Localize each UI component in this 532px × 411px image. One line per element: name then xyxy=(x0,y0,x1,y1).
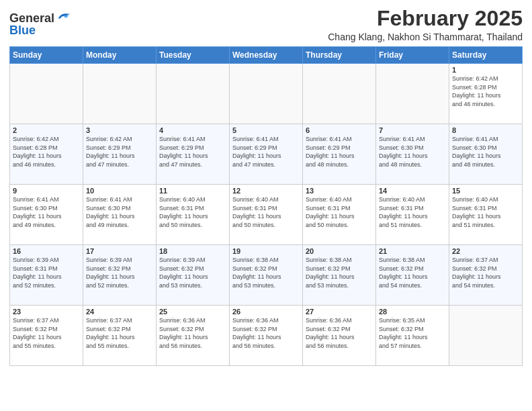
calendar-week-row: 1Sunrise: 6:42 AM Sunset: 6:28 PM Daylig… xyxy=(10,64,523,124)
calendar-cell: 12Sunrise: 6:40 AM Sunset: 6:31 PM Dayli… xyxy=(230,185,303,245)
day-number: 22 xyxy=(452,247,519,255)
calendar-cell: 21Sunrise: 6:38 AM Sunset: 6:32 PM Dayli… xyxy=(376,245,449,306)
calendar-cell xyxy=(376,64,449,124)
calendar-cell: 27Sunrise: 6:36 AM Sunset: 6:32 PM Dayli… xyxy=(303,306,376,366)
day-info: Sunrise: 6:40 AM Sunset: 6:31 PM Dayligh… xyxy=(306,195,373,229)
calendar-cell: 19Sunrise: 6:38 AM Sunset: 6:32 PM Dayli… xyxy=(230,245,303,306)
calendar-header-saturday: Saturday xyxy=(449,47,523,64)
day-number: 19 xyxy=(232,247,300,255)
calendar-cell: 6Sunrise: 6:41 AM Sunset: 6:29 PM Daylig… xyxy=(303,124,376,185)
calendar-week-row: 9Sunrise: 6:41 AM Sunset: 6:30 PM Daylig… xyxy=(10,185,523,245)
calendar-cell: 26Sunrise: 6:36 AM Sunset: 6:32 PM Dayli… xyxy=(230,306,303,366)
calendar-cell xyxy=(10,64,83,124)
subtitle: Chang Klang, Nakhon Si Thammarat, Thaila… xyxy=(72,32,523,42)
calendar-week-row: 23Sunrise: 6:37 AM Sunset: 6:32 PM Dayli… xyxy=(10,306,523,366)
day-number: 11 xyxy=(159,187,226,195)
day-info: Sunrise: 6:40 AM Sunset: 6:31 PM Dayligh… xyxy=(452,195,519,229)
calendar-header-friday: Friday xyxy=(376,47,449,64)
calendar-cell: 5Sunrise: 6:41 AM Sunset: 6:29 PM Daylig… xyxy=(230,124,303,185)
calendar-cell: 20Sunrise: 6:38 AM Sunset: 6:32 PM Dayli… xyxy=(303,245,376,306)
logo: General Blue xyxy=(9,9,72,36)
day-number: 10 xyxy=(86,187,153,195)
title-section: February 2025 Chang Klang, Nakhon Si Tha… xyxy=(72,7,523,42)
calendar-cell xyxy=(303,64,376,124)
logo-blue-text: Blue xyxy=(9,24,36,36)
calendar-cell: 13Sunrise: 6:40 AM Sunset: 6:31 PM Dayli… xyxy=(303,185,376,245)
calendar-cell xyxy=(449,306,523,366)
calendar-cell: 3Sunrise: 6:42 AM Sunset: 6:29 PM Daylig… xyxy=(83,124,157,185)
day-info: Sunrise: 6:38 AM Sunset: 6:32 PM Dayligh… xyxy=(306,256,373,289)
day-info: Sunrise: 6:41 AM Sunset: 6:29 PM Dayligh… xyxy=(306,135,373,169)
day-number: 8 xyxy=(452,126,519,134)
day-number: 21 xyxy=(379,247,446,255)
day-info: Sunrise: 6:36 AM Sunset: 6:32 PM Dayligh… xyxy=(159,316,226,350)
calendar-week-row: 16Sunrise: 6:39 AM Sunset: 6:31 PM Dayli… xyxy=(10,245,523,306)
day-number: 15 xyxy=(452,187,519,195)
day-number: 20 xyxy=(306,247,373,255)
header: General Blue February 2025 Chang Klang, … xyxy=(9,7,523,42)
day-number: 9 xyxy=(13,187,80,195)
day-number: 1 xyxy=(452,66,519,74)
day-number: 14 xyxy=(379,187,446,195)
calendar-week-row: 2Sunrise: 6:42 AM Sunset: 6:28 PM Daylig… xyxy=(10,124,523,185)
calendar-cell: 2Sunrise: 6:42 AM Sunset: 6:28 PM Daylig… xyxy=(10,124,83,185)
calendar-cell: 8Sunrise: 6:41 AM Sunset: 6:30 PM Daylig… xyxy=(449,124,523,185)
calendar-cell xyxy=(230,64,303,124)
day-number: 16 xyxy=(13,247,80,255)
day-info: Sunrise: 6:41 AM Sunset: 6:30 PM Dayligh… xyxy=(86,195,153,229)
day-number: 3 xyxy=(86,126,153,134)
day-number: 26 xyxy=(232,308,300,316)
day-info: Sunrise: 6:37 AM Sunset: 6:32 PM Dayligh… xyxy=(13,316,80,350)
day-number: 24 xyxy=(86,308,153,316)
day-number: 12 xyxy=(232,187,300,195)
day-info: Sunrise: 6:38 AM Sunset: 6:32 PM Dayligh… xyxy=(379,256,446,289)
calendar-cell: 16Sunrise: 6:39 AM Sunset: 6:31 PM Dayli… xyxy=(10,245,83,306)
calendar-cell: 22Sunrise: 6:37 AM Sunset: 6:32 PM Dayli… xyxy=(449,245,523,306)
calendar-cell: 18Sunrise: 6:39 AM Sunset: 6:32 PM Dayli… xyxy=(157,245,230,306)
calendar-table: SundayMondayTuesdayWednesdayThursdayFrid… xyxy=(9,46,523,366)
calendar-cell: 23Sunrise: 6:37 AM Sunset: 6:32 PM Dayli… xyxy=(10,306,83,366)
day-info: Sunrise: 6:40 AM Sunset: 6:31 PM Dayligh… xyxy=(379,195,446,229)
calendar-header-thursday: Thursday xyxy=(303,47,376,64)
day-number: 6 xyxy=(306,126,373,134)
day-info: Sunrise: 6:40 AM Sunset: 6:31 PM Dayligh… xyxy=(159,195,226,229)
day-info: Sunrise: 6:35 AM Sunset: 6:32 PM Dayligh… xyxy=(379,316,446,350)
day-info: Sunrise: 6:37 AM Sunset: 6:32 PM Dayligh… xyxy=(86,316,153,350)
calendar-cell: 28Sunrise: 6:35 AM Sunset: 6:32 PM Dayli… xyxy=(376,306,449,366)
calendar-cell: 4Sunrise: 6:41 AM Sunset: 6:29 PM Daylig… xyxy=(157,124,230,185)
day-info: Sunrise: 6:40 AM Sunset: 6:31 PM Dayligh… xyxy=(232,195,300,229)
day-number: 5 xyxy=(232,126,300,134)
calendar-cell: 9Sunrise: 6:41 AM Sunset: 6:30 PM Daylig… xyxy=(10,185,83,245)
day-number: 2 xyxy=(13,126,80,134)
calendar-cell: 11Sunrise: 6:40 AM Sunset: 6:31 PM Dayli… xyxy=(157,185,230,245)
calendar-header-monday: Monday xyxy=(83,47,157,64)
main-title: February 2025 xyxy=(72,7,523,30)
day-info: Sunrise: 6:39 AM Sunset: 6:32 PM Dayligh… xyxy=(159,256,226,289)
day-info: Sunrise: 6:42 AM Sunset: 6:28 PM Dayligh… xyxy=(13,135,80,169)
day-number: 18 xyxy=(159,247,226,255)
day-info: Sunrise: 6:41 AM Sunset: 6:30 PM Dayligh… xyxy=(13,195,80,229)
day-info: Sunrise: 6:42 AM Sunset: 6:29 PM Dayligh… xyxy=(86,135,153,169)
calendar-cell: 15Sunrise: 6:40 AM Sunset: 6:31 PM Dayli… xyxy=(449,185,523,245)
logo-general-text: General xyxy=(9,12,54,24)
day-info: Sunrise: 6:36 AM Sunset: 6:32 PM Dayligh… xyxy=(232,316,300,350)
calendar-cell: 24Sunrise: 6:37 AM Sunset: 6:32 PM Dayli… xyxy=(83,306,157,366)
day-number: 4 xyxy=(159,126,226,134)
day-number: 28 xyxy=(379,308,446,316)
day-number: 13 xyxy=(306,187,373,195)
calendar-header-row: SundayMondayTuesdayWednesdayThursdayFrid… xyxy=(10,47,523,64)
day-number: 7 xyxy=(379,126,446,134)
calendar-cell: 14Sunrise: 6:40 AM Sunset: 6:31 PM Dayli… xyxy=(376,185,449,245)
day-info: Sunrise: 6:37 AM Sunset: 6:32 PM Dayligh… xyxy=(452,256,519,289)
day-info: Sunrise: 6:39 AM Sunset: 6:31 PM Dayligh… xyxy=(13,256,80,289)
day-info: Sunrise: 6:38 AM Sunset: 6:32 PM Dayligh… xyxy=(232,256,300,289)
day-number: 23 xyxy=(13,308,80,316)
day-number: 17 xyxy=(86,247,153,255)
day-info: Sunrise: 6:41 AM Sunset: 6:30 PM Dayligh… xyxy=(379,135,446,169)
calendar-cell: 1Sunrise: 6:42 AM Sunset: 6:28 PM Daylig… xyxy=(449,64,523,124)
calendar-cell: 7Sunrise: 6:41 AM Sunset: 6:30 PM Daylig… xyxy=(376,124,449,185)
calendar-cell: 25Sunrise: 6:36 AM Sunset: 6:32 PM Dayli… xyxy=(157,306,230,366)
calendar-cell: 17Sunrise: 6:39 AM Sunset: 6:32 PM Dayli… xyxy=(83,245,157,306)
page: General Blue February 2025 Chang Klang, … xyxy=(0,0,532,411)
day-info: Sunrise: 6:39 AM Sunset: 6:32 PM Dayligh… xyxy=(86,256,153,289)
